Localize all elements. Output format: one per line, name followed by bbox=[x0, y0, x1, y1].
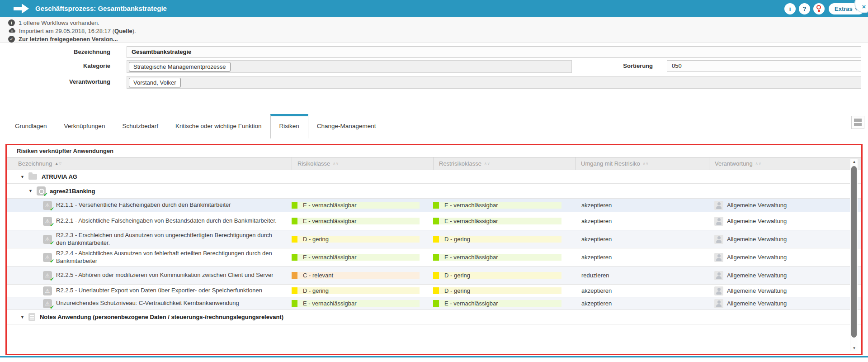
kategorie-field[interactable]: Strategische Managementprozesse bbox=[127, 60, 572, 73]
page-title: Geschäftsprozess: Gesamtbankstrategie bbox=[35, 0, 167, 17]
last-released-version-link[interactable]: ✓ Zur letzten freigegebenen Version... bbox=[8, 35, 118, 43]
risk-icon: ⚠✔ bbox=[43, 299, 52, 308]
table-row[interactable]: ⚠✔R2.2.5 - Abhören oder modifizieren von… bbox=[7, 267, 861, 285]
check-circle-icon: ✓ bbox=[8, 36, 15, 43]
column-header-bezeichnung[interactable]: Bezeichnung▲▽ bbox=[13, 157, 292, 170]
info-circle-icon: i bbox=[8, 19, 15, 26]
group-row-agree21banking[interactable]: ▼✔agree21Banking bbox=[7, 184, 861, 199]
scroll-down-icon[interactable]: ▼ bbox=[850, 346, 858, 350]
table-row[interactable]: ⚠✔Unzureichendes Schutzniveau: C-Vertrau… bbox=[7, 297, 861, 310]
collapse-caret-icon[interactable]: ▼ bbox=[20, 175, 24, 179]
tab-verknuepfungen[interactable]: Verknüpfungen bbox=[56, 114, 114, 138]
application-icon: ✔ bbox=[37, 186, 46, 195]
risk-class-badge: E - vernachlässigbar bbox=[292, 202, 420, 209]
tab-change-management[interactable]: Change-Management bbox=[308, 114, 385, 138]
verantwortung-cell: Allgemeine Verwaltung bbox=[727, 202, 787, 209]
table-row[interactable]: ⚠✔R2.2.4 - Absichtliches Ausnutzen von f… bbox=[7, 248, 861, 267]
list-icon bbox=[854, 119, 862, 122]
sortierung-input[interactable]: 050 bbox=[667, 60, 861, 72]
sort-icon: ∧∨ bbox=[333, 162, 339, 166]
risk-class-badge: E - vernachlässigbar bbox=[292, 254, 420, 261]
collapse-caret-icon[interactable]: ▼ bbox=[28, 189, 33, 193]
cloud-download-icon bbox=[8, 28, 16, 35]
verantwortung-cell: Allgemeine Verwaltung bbox=[727, 272, 787, 279]
sort-icon: ∧∨ bbox=[755, 162, 762, 166]
collapse-caret-icon[interactable]: ▼ bbox=[20, 315, 24, 319]
risk-name: R2.1.1 - Versehentliche Falscheingaben d… bbox=[56, 201, 240, 209]
bezeichnung-label: Bezeichnung bbox=[0, 46, 118, 58]
tab-risiken[interactable]: Risiken bbox=[270, 114, 308, 138]
info-button[interactable]: i bbox=[784, 3, 796, 14]
bezeichnung-input[interactable]: Gesamtbankstrategie bbox=[127, 46, 861, 58]
person-icon bbox=[714, 235, 723, 244]
group-row-notes-anwendung[interactable]: ▼Notes Anwendung (personenbezogene Daten… bbox=[7, 310, 861, 324]
check-icon: ✔ bbox=[50, 258, 54, 264]
kategorie-chip[interactable]: Strategische Managementprozesse bbox=[129, 62, 231, 71]
column-header-verantwortung[interactable]: Verantwortung∧∨ bbox=[709, 157, 848, 170]
residual-risk-badge: E - vernachlässigbar bbox=[433, 300, 561, 307]
scrollbar-thumb[interactable] bbox=[851, 166, 857, 338]
person-icon bbox=[714, 201, 723, 210]
residual-risk-badge: D - gering bbox=[433, 236, 561, 243]
risk-icon: ⚠✔ bbox=[43, 253, 52, 262]
list-view-button[interactable] bbox=[851, 116, 864, 129]
tab-kritische-funktion[interactable]: Kritische oder wichtige Funktion bbox=[167, 114, 270, 138]
notice-bar: i 1 offene Workflows vorhanden. Importie… bbox=[0, 17, 868, 43]
column-header-restrisikoklasse[interactable]: Restrisikoklasse∧∨ bbox=[433, 157, 575, 170]
sort-asc-icon: ▲▽ bbox=[55, 162, 62, 166]
person-icon bbox=[714, 286, 723, 295]
risk-icon: ⚠✔ bbox=[43, 271, 52, 280]
idea-bulb-button[interactable] bbox=[813, 3, 825, 14]
risk-icon: ⚠ bbox=[43, 286, 52, 295]
vertical-scrollbar[interactable]: ▲ ▼ bbox=[850, 159, 858, 351]
bottom-accent-line bbox=[0, 356, 868, 357]
verantwortung-chip[interactable]: Vorstand, Volker bbox=[129, 78, 181, 87]
tab-schutzbedarf[interactable]: Schutzbedarf bbox=[113, 114, 167, 138]
scroll-up-icon[interactable]: ▲ bbox=[850, 160, 858, 164]
risk-class-badge: E - vernachlässigbar bbox=[292, 218, 420, 224]
tab-grundlagen[interactable]: Grundlagen bbox=[6, 114, 56, 138]
table-row[interactable]: ⚠R2.2.5 - Unerlaubter Export von Daten ü… bbox=[7, 285, 861, 297]
table-row[interactable]: ⚠✔R2.2.1 - Absichtliche Falscheingaben v… bbox=[7, 212, 861, 230]
risk-name: R2.2.4 - Absichtliches Ausnutzen von feh… bbox=[56, 250, 292, 265]
risk-class-badge: E - vernachlässigbar bbox=[292, 300, 420, 307]
sortierung-label: Sortierung bbox=[542, 60, 661, 72]
verantwortung-field[interactable]: Vorstand, Volker bbox=[127, 76, 861, 89]
umgang-cell: akzeptieren bbox=[575, 248, 709, 266]
risk-icon: ⚠✔ bbox=[43, 235, 52, 244]
risk-class-badge: D - gering bbox=[292, 287, 420, 294]
check-icon: ✔ bbox=[43, 191, 48, 198]
verantwortung-cell: Allgemeine Verwaltung bbox=[727, 254, 787, 261]
check-icon: ✔ bbox=[50, 240, 54, 246]
verantwortung-cell: Allgemeine Verwaltung bbox=[727, 236, 787, 243]
verantwortung-cell: Allgemeine Verwaltung bbox=[727, 300, 787, 307]
verantwortung-cell: Allgemeine Verwaltung bbox=[727, 218, 787, 224]
check-icon: ✔ bbox=[50, 304, 54, 310]
app-header: Geschäftsprozess: Gesamtbankstrategie i … bbox=[0, 0, 868, 17]
verantwortung-cell: Allgemeine Verwaltung bbox=[727, 287, 787, 294]
tab-bar: Grundlagen Verknüpfungen Schutzbedarf Kr… bbox=[6, 114, 384, 138]
help-button[interactable]: ? bbox=[799, 3, 810, 14]
check-icon: ✔ bbox=[50, 206, 54, 212]
person-icon bbox=[714, 253, 723, 262]
column-header-umgang[interactable]: Umgang mit Restrisiko∧∨ bbox=[575, 157, 709, 170]
group-row-atruvia[interactable]: ▼ATRUVIA AG bbox=[7, 170, 861, 184]
process-arrow-icon bbox=[14, 4, 29, 15]
residual-risk-badge: E - vernachlässigbar bbox=[433, 254, 561, 261]
risk-name: R2.2.5 - Unerlaubter Export von Daten üb… bbox=[56, 287, 271, 295]
sort-icon: ∧∨ bbox=[484, 162, 491, 166]
umgang-cell: akzeptieren bbox=[575, 230, 709, 248]
risk-class-badge: D - gering bbox=[292, 236, 420, 243]
kategorie-label: Kategorie bbox=[0, 60, 118, 72]
risk-icon: ⚠✔ bbox=[43, 201, 52, 210]
folder-icon bbox=[28, 174, 37, 180]
verantwortung-label: Verantwortung bbox=[0, 76, 118, 88]
risk-table: Risiken verknüpfter Anwendungen Bezeichn… bbox=[5, 144, 863, 355]
table-row[interactable]: ⚠✔R2.2.3 - Erschleichen und Ausnutzen vo… bbox=[7, 230, 861, 248]
residual-risk-badge: E - vernachlässigbar bbox=[433, 218, 561, 224]
column-header-risikoklasse[interactable]: Risikoklasse∧∨ bbox=[292, 157, 433, 170]
risk-name: R2.2.3 - Erschleichen und Ausnutzen von … bbox=[56, 232, 292, 247]
quelle-link[interactable]: Quelle bbox=[114, 28, 132, 34]
umgang-cell: akzeptieren bbox=[575, 297, 709, 310]
table-row[interactable]: ⚠✔R2.1.1 - Versehentliche Falscheingaben… bbox=[7, 199, 861, 212]
